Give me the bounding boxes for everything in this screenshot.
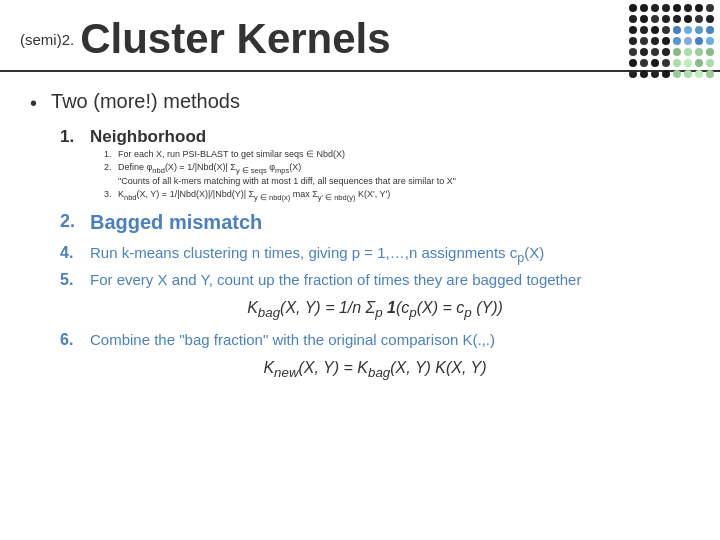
substep-1: 1. For each X, run PSI-BLAST to get simi… [104,149,456,161]
bullet-symbol: • [30,92,37,115]
substep-2-text: Define φnbd(X) = 1/|Nbd(X)| Σy ∈ seqs φm… [118,162,301,176]
substep-3-text: Knbd(X, Y) = 1/|Nbd(X)|/|Nbd(Y)| Σy ∈ nb… [118,189,390,203]
section-4-num: 4. [60,244,90,262]
section-5-num: 5. [60,271,90,289]
formula-kbag: Kbag(X, Y) = 1/n Σp 1(cp(X) = cp (Y)) [60,299,690,320]
section-6: 6. Combine the "bag fraction" with the o… [60,331,690,349]
section-4-text: Run k-means clustering n times, giving p… [90,244,544,265]
section-2-label: Bagged mismatch [90,211,262,234]
numbered-sections: 1. Neighborhood 1. For each X, run PSI-B… [60,127,690,380]
main-bullet: • Two (more!) methods [30,90,690,115]
neighborhood-substeps: 1. For each X, run PSI-BLAST to get simi… [104,149,456,202]
section-1-content: Neighborhood 1. For each X, run PSI-BLAS… [90,127,456,203]
substep-1-text: For each X, run PSI-BLAST to get similar… [118,149,345,161]
decorative-dots [629,4,716,80]
formula-knew-text: Knew(X, Y) = Kbag(X, Y) K(X, Y) [263,359,486,376]
header: (semi)2. Cluster Kernels [0,0,720,72]
section-5-text: For every X and Y, count up the fraction… [90,271,581,288]
main-bullet-text: Two (more!) methods [51,90,240,113]
substep-3: 3. Knbd(X, Y) = 1/|Nbd(X)|/|Nbd(Y)| Σy ∈… [104,189,456,203]
section-2: 2. Bagged mismatch [60,211,690,234]
content-area: • Two (more!) methods 1. Neighborhood 1.… [0,72,720,400]
header-title: Cluster Kernels [80,18,390,60]
substep-quote-text: "Counts of all k-mers matching with at m… [118,176,456,188]
formula-knew: Knew(X, Y) = Kbag(X, Y) K(X, Y) [60,359,690,380]
section-2-num: 2. [60,211,90,232]
substep-quote: "Counts of all k-mers matching with at m… [104,176,456,188]
section-4: 4. Run k-means clustering n times, givin… [60,244,690,265]
formula-kbag-text: Kbag(X, Y) = 1/n Σp 1(cp(X) = cp (Y)) [247,299,503,316]
section-5: 5. For every X and Y, count up the fract… [60,271,690,289]
header-prefix: (semi)2. [20,31,74,48]
section-1: 1. Neighborhood 1. For each X, run PSI-B… [60,127,690,203]
section-1-label: Neighborhood [90,127,206,146]
section-1-num: 1. [60,127,90,147]
section-6-num: 6. [60,331,90,349]
substep-2: 2. Define φnbd(X) = 1/|Nbd(X)| Σy ∈ seqs… [104,162,456,176]
section-6-text: Combine the "bag fraction" with the orig… [90,331,495,348]
